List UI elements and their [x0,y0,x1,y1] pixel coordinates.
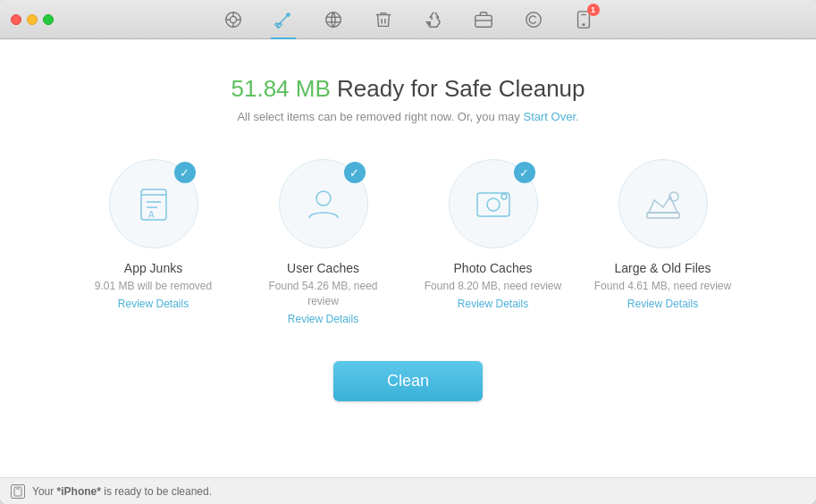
toolbar: 1 [221,7,596,32]
user-caches-desc: Found 54.26 MB, need review [252,279,395,309]
trash-toolbar-icon[interactable] [371,7,396,32]
svg-point-25 [501,194,507,199]
svg-text:A: A [148,210,155,220]
large-old-files-title: Large & Old Files [614,261,711,275]
large-old-files-icon-wrapper [618,159,708,248]
cards-row: A ✓ App Junks 9.01 MB will be removed Re… [82,159,735,325]
photo-caches-link[interactable]: Review Details [458,298,528,310]
maximize-button[interactable] [43,14,54,25]
internet-toolbar-icon[interactable] [321,7,346,32]
svg-point-24 [487,198,500,211]
headline-text: Ready for Safe Cleanup [331,75,585,102]
status-text: Your *iPhone* is ready to be cleaned. [32,485,212,498]
traffic-lights [11,14,54,25]
phone-status-icon [11,484,25,499]
cleaner-toolbar-icon[interactable] [271,7,296,32]
subtitle-text: All select items can be removed right no… [237,110,523,123]
app-window: 1 51.84 MB Ready for Safe Cleanup All se… [0,0,816,504]
phone-toolbar-icon[interactable]: 1 [571,7,596,32]
close-button[interactable] [11,14,21,25]
headline-size: 51.84 MB [231,75,330,102]
start-over-link[interactable]: Start Over. [523,110,578,123]
user-caches-card: ✓ User Caches Found 54.26 MB, need revie… [252,159,395,325]
svg-point-6 [325,12,341,27]
user-caches-icon-wrapper: ✓ [279,159,368,248]
titlebar: 1 [0,0,816,39]
app-junks-card: A ✓ App Junks 9.01 MB will be removed Re… [82,159,225,325]
status-bar: Your *iPhone* is ready to be cleaned. [0,477,816,504]
svg-point-1 [230,16,236,22]
app-junks-link[interactable]: Review Details [118,298,189,310]
app-junks-title: App Junks [124,261,182,275]
app-junks-check: ✓ [174,162,196,183]
svg-rect-23 [477,193,509,216]
svg-rect-26 [647,213,679,218]
headline: 51.84 MB Ready for Safe Cleanup [231,75,585,103]
recycle-toolbar-icon[interactable] [421,7,446,32]
app-junks-desc: 9.01 MB will be removed [95,279,212,294]
clean-button[interactable]: Clean [333,361,483,401]
photo-caches-card: ✓ Photo Caches Found 8.20 MB, need revie… [422,159,565,325]
user-caches-link[interactable]: Review Details [288,313,358,325]
large-old-files-desc: Found 4.61 MB, need review [594,279,731,294]
photo-caches-check: ✓ [514,162,535,183]
app-junks-icon-wrapper: A ✓ [109,159,198,248]
photo-caches-desc: Found 8.20 MB, need review [425,279,561,294]
privacy-toolbar-icon[interactable] [221,7,246,32]
large-old-files-card: Large & Old Files Found 4.61 MB, need re… [592,159,735,325]
svg-point-22 [316,191,331,206]
subtitle: All select items can be removed right no… [237,110,578,123]
svg-rect-11 [475,15,491,27]
briefcase-toolbar-icon[interactable] [471,7,496,32]
user-caches-check: ✓ [344,162,366,183]
main-content: 51.84 MB Ready for Safe Cleanup All sele… [0,39,816,477]
svg-point-13 [526,12,541,27]
user-caches-title: User Caches [287,261,359,275]
svg-point-16 [583,23,585,25]
photo-caches-title: Photo Caches [454,261,533,275]
photo-caches-icon-wrapper: ✓ [449,159,538,248]
minimize-button[interactable] [27,14,38,25]
large-old-files-link[interactable]: Review Details [627,298,698,310]
copyright-toolbar-icon[interactable] [521,7,546,32]
